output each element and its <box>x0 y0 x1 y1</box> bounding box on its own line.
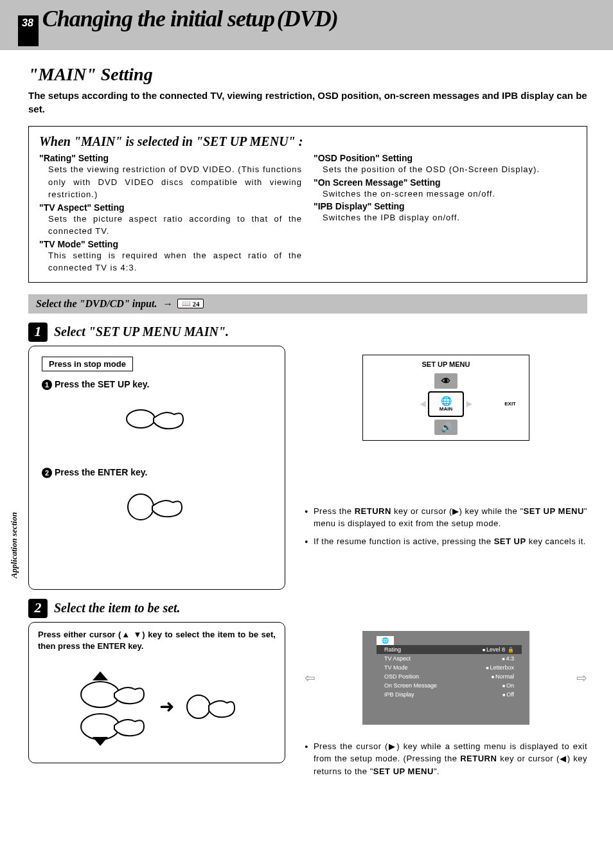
sub-step-1: 1Press the SET UP key. <box>42 379 276 390</box>
settings-screen-header: 🌐 <box>377 636 394 645</box>
step-label: Select "SET UP MENU MAIN". <box>54 324 229 339</box>
page-title: Changing the initial setup (DVD) <box>42 5 338 32</box>
settings-key: OSD Position <box>384 673 492 680</box>
svg-point-4 <box>187 695 210 718</box>
note-item: Press the RETURN key or cursor (▶) key w… <box>305 505 587 530</box>
page-reference: 📖24 <box>177 299 204 308</box>
settings-key: IPB Display <box>384 691 502 698</box>
sub-step-text: Press the SET UP key. <box>55 379 149 389</box>
options-frame-title: When "MAIN" is selected in "SET UP MENU"… <box>39 134 576 149</box>
options-frame: When "MAIN" is selected in "SET UP MENU"… <box>28 126 587 283</box>
settings-value: On <box>502 682 514 689</box>
settings-key: TV Aspect <box>384 655 502 662</box>
menu-down-icon: 🔊 <box>434 420 458 435</box>
hand-press-icon <box>121 396 192 441</box>
step-label: Select the item to be set. <box>54 601 181 616</box>
hand-press-icon <box>121 484 192 529</box>
settings-key: On Screen Message <box>384 682 502 689</box>
option-head: "TV Mode" Setting <box>39 239 302 249</box>
settings-value: 4:3 <box>502 655 514 662</box>
arrow-left-outline-icon: ⇦ <box>305 670 315 686</box>
lock-icon: 🔒 <box>508 647 514 653</box>
menu-item-main-label: MAIN <box>440 406 452 412</box>
arrow-right-outline-icon: ⇨ <box>576 670 587 686</box>
step-2-header: 2 Select the item to be set. <box>28 599 587 618</box>
option-desc: Sets the position of the OSD (On-Screen … <box>323 163 576 176</box>
settings-key: Rating <box>384 646 483 653</box>
svg-point-1 <box>128 494 154 520</box>
page-content: "MAIN" Setting The setups according to t… <box>0 50 613 795</box>
section-title: "MAIN" Setting <box>28 64 587 85</box>
page-title-sub: (DVD) <box>277 6 338 31</box>
hand-press-icon <box>182 687 240 726</box>
setup-menu-screen: SET UP MENU 👁 ◀ 🌐 MAIN ▶ EXIT 🔊 <box>362 355 529 441</box>
settings-value: Normal <box>492 673 514 680</box>
step-2-body: Press either cursor (▲ ▼) key to select … <box>28 622 285 763</box>
page-number: 38 <box>18 15 39 46</box>
settings-value: Off <box>502 691 514 698</box>
sub-step-number: 1 <box>42 380 52 390</box>
settings-value: Level 8 <box>486 646 505 653</box>
step-1-header: 1 Select "SET UP MENU MAIN". <box>28 323 587 342</box>
note-list: Press the RETURN key or cursor (▶) key w… <box>305 505 587 548</box>
option-head: "Rating" Setting <box>39 153 302 163</box>
page-reference-number: 24 <box>192 300 199 308</box>
option-desc: Switches the on-screen message on/off. <box>323 188 576 200</box>
settings-row: OSD PositionNormal <box>377 672 522 681</box>
triangle-right-icon: ▶ <box>466 400 472 408</box>
option-desc: Sets the viewing restriction of DVD VIDE… <box>48 163 302 201</box>
settings-value: Letterbox <box>486 664 514 671</box>
note-list: Press the cursor (▶) key while a setting… <box>305 740 587 778</box>
settings-screen: 🌐 RatingLevel 8🔒 TV Aspect4:3 TV ModeLet… <box>362 631 529 725</box>
option-desc: This setting is required when the aspect… <box>48 249 302 274</box>
arrow-right-icon: → <box>162 298 172 310</box>
option-desc: Switches the IPB display on/off. <box>323 211 576 224</box>
note-item: Press the cursor (▶) key while a setting… <box>305 740 587 778</box>
step-number: 1 <box>28 323 48 342</box>
menu-exit-label: EXIT <box>504 401 516 407</box>
intro-text: The setups according to the connected TV… <box>28 89 587 116</box>
menu-up-icon: 👁 <box>434 373 458 389</box>
setup-menu-title: SET UP MENU <box>368 360 524 368</box>
cursor-instruction: Press either cursor (▲ ▼) key to select … <box>38 629 276 652</box>
settings-row: On Screen MessageOn <box>377 681 522 690</box>
option-head: "IPB Display" Setting <box>314 201 576 211</box>
sub-step-number: 2 <box>42 468 52 478</box>
section-tab-label: Application section <box>9 512 19 578</box>
sub-step-text: Press the ENTER key. <box>55 467 147 477</box>
cursor-updown-icon <box>75 665 152 748</box>
header-strip: 38 Changing the initial setup (DVD) <box>0 0 613 50</box>
option-head: "OSD Position" Setting <box>314 153 576 163</box>
settings-row: IPB DisplayOff <box>377 690 522 699</box>
option-desc: Sets the picture aspect ratio according … <box>48 213 302 238</box>
instruction-bar-text: Select the "DVD/CD" input. <box>36 298 157 310</box>
menu-item-main: 🌐 MAIN <box>428 391 464 417</box>
option-head: "On Screen Message" Setting <box>314 177 576 188</box>
svg-point-0 <box>127 410 155 428</box>
triangle-left-icon: ◀ <box>420 400 425 408</box>
arrow-right-icon: ➜ <box>159 696 174 717</box>
press-mode-box: Press in stop mode <box>42 357 133 371</box>
page-title-main: Changing the initial setup <box>42 6 274 31</box>
step-1-body: Press in stop mode 1Press the SET UP key… <box>28 346 285 590</box>
settings-row: RatingLevel 8🔒 <box>377 645 522 654</box>
sub-step-2: 2Press the ENTER key. <box>42 467 276 478</box>
settings-row: TV ModeLetterbox <box>377 663 522 672</box>
step-number: 2 <box>28 599 48 618</box>
instruction-bar: Select the "DVD/CD" input. → 📖24 <box>28 294 587 314</box>
globe-icon: 🌐 <box>441 396 452 406</box>
option-head: "TV Aspect" Setting <box>39 202 302 213</box>
globe-icon: 🌐 <box>382 637 389 644</box>
note-item: If the resume function is active, pressi… <box>305 535 587 548</box>
settings-row: TV Aspect4:3 <box>377 654 522 663</box>
settings-key: TV Mode <box>384 664 486 671</box>
